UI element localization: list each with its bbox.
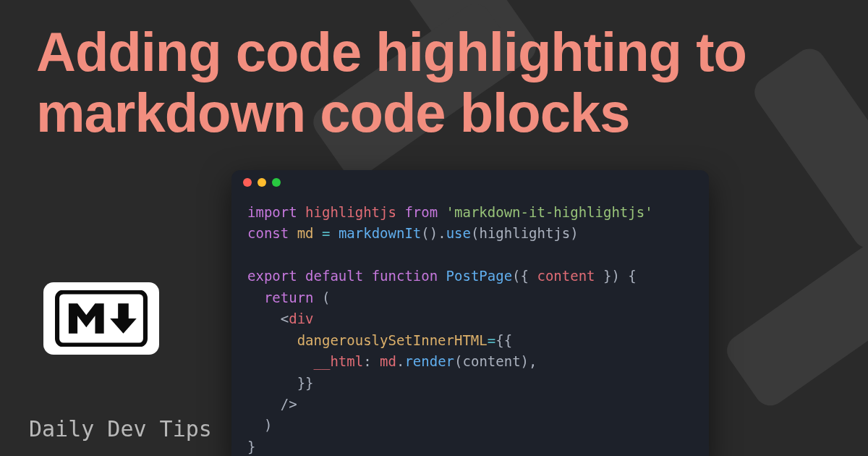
page-title: Adding code highlighting to markdown cod… [36,22,832,143]
tok-tag: div [289,311,313,326]
tok-keyword: from [404,204,438,220]
tok-ident: highlightjs [479,225,570,241]
tok-punct: = [488,332,495,348]
tok-var: md [297,225,314,241]
tok-punct: }} [297,375,314,391]
tok-ident: md [380,353,396,369]
tok-punct: = [322,225,330,241]
code-block: import highlightjs from 'markdown-it-hig… [231,195,709,456]
code-window: import highlightjs from 'markdown-it-hig… [231,170,709,456]
tok-punct: ) [430,225,438,241]
tok-punct: /> [281,396,297,412]
tok-punct: . [438,225,446,241]
window-titlebar [231,170,709,195]
tok-punct: { [628,268,636,284]
tok-string: 'markdown-it-highlightjs' [446,204,653,220]
window-minimize-icon[interactable] [258,178,266,187]
footer-label: Daily Dev Tips [29,416,212,442]
tok-punct: ( [421,225,429,241]
markdown-icon [43,282,159,355]
tok-func: markdownIt [339,225,421,241]
tok-punct: ( [512,268,520,284]
tok-keyword: function [372,268,438,284]
tok-keyword: export [247,268,297,284]
tok-punct: , [529,353,537,369]
tok-func: render [404,353,454,369]
tok-ident: content [463,353,521,369]
tok-punct: { [521,268,529,284]
tok-keyword: default [305,268,363,284]
tok-punct: < [281,311,289,326]
markdown-icon-svg [54,290,148,347]
tok-keyword: const [247,225,289,241]
tok-punct: } [247,439,255,455]
window-close-icon[interactable] [243,178,252,187]
tok-param: content [537,268,595,284]
tok-punct: : [363,353,371,369]
tok-punct: ) [611,268,619,284]
tok-punct: ( [471,225,479,241]
tok-func: PostPage [446,268,513,284]
window-zoom-icon[interactable] [272,178,281,187]
tok-punct: . [396,353,404,369]
tok-keyword: return [264,290,314,305]
tok-prop: __html [314,353,364,369]
tok-punct: ) [570,225,578,241]
tok-func: use [446,225,471,241]
tok-punct: ( [322,290,330,305]
tok-ident: highlightjs [305,204,396,220]
tok-punct: ) [264,417,272,433]
tok-keyword: import [247,204,297,220]
tok-punct: ) [521,353,529,369]
bg-shape [720,218,868,412]
tok-punct: } [603,268,611,284]
tok-attr: dangerouslySetInnerHTML [297,332,488,348]
tok-punct: {{ [495,332,512,348]
tok-punct: ( [454,353,462,369]
